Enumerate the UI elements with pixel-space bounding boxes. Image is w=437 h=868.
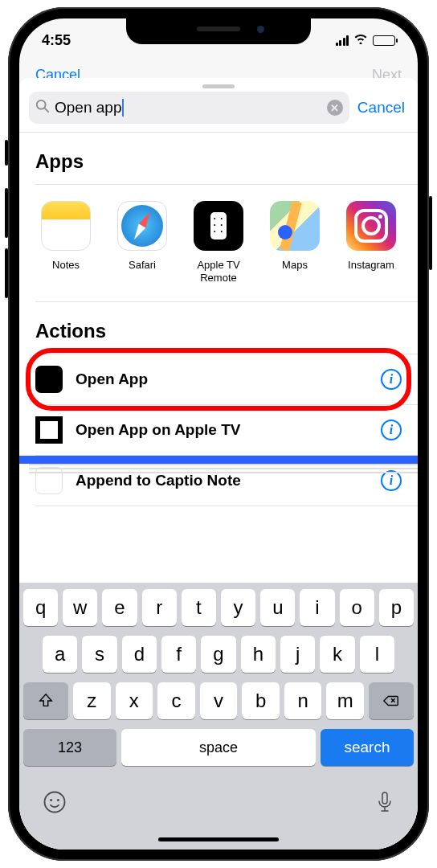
- search-sheet: Open app ✕ Cancel Apps Notes Safari: [19, 78, 418, 850]
- key-b[interactable]: b: [242, 682, 280, 719]
- key-f[interactable]: f: [161, 636, 196, 673]
- app-maps[interactable]: Maps: [268, 201, 322, 284]
- app-apple-tv-remote[interactable]: Apple TV Remote: [191, 201, 246, 284]
- info-button[interactable]: i: [381, 369, 402, 390]
- key-h[interactable]: h: [241, 636, 276, 673]
- key-123[interactable]: 123: [23, 729, 116, 766]
- sheet-grabber[interactable]: [202, 84, 235, 88]
- maps-app-icon: [270, 201, 320, 251]
- info-button[interactable]: i: [381, 470, 402, 491]
- notes-app-icon: [41, 201, 91, 251]
- safari-app-icon: [117, 201, 167, 251]
- captio-action-icon: [35, 467, 63, 494]
- instagram-app-icon: [346, 201, 396, 251]
- open-app-apple-tv-action-icon: [35, 416, 63, 444]
- key-c[interactable]: c: [157, 682, 195, 719]
- apps-row: Notes Safari Apple TV Remote Maps: [19, 185, 418, 301]
- svg-point-3: [50, 799, 52, 801]
- search-icon: [35, 99, 50, 117]
- home-indicator[interactable]: [158, 837, 279, 841]
- key-t[interactable]: t: [182, 589, 216, 626]
- volume-up-button: [5, 188, 8, 238]
- app-safari[interactable]: Safari: [115, 201, 169, 284]
- key-k[interactable]: k: [320, 636, 354, 673]
- actions-section-header: Actions: [19, 302, 418, 354]
- svg-line-1: [45, 108, 49, 112]
- action-open-app-apple-tv[interactable]: Open App on Apple TV i: [19, 405, 418, 455]
- apps-section-header: Apps: [19, 133, 418, 184]
- svg-point-2: [45, 792, 65, 813]
- key-m[interactable]: m: [326, 682, 364, 719]
- clear-search-button[interactable]: ✕: [327, 100, 343, 116]
- key-space[interactable]: space: [121, 729, 316, 766]
- dictation-button[interactable]: [375, 790, 394, 820]
- battery-icon: [373, 35, 395, 46]
- screen: 4:55 Cancel Next: [19, 18, 418, 850]
- key-e[interactable]: e: [102, 589, 137, 626]
- key-q[interactable]: q: [23, 589, 58, 626]
- key-backspace[interactable]: [369, 682, 414, 719]
- open-app-action-icon: [35, 366, 63, 393]
- key-d[interactable]: d: [122, 636, 157, 673]
- key-j[interactable]: j: [280, 636, 315, 673]
- key-s[interactable]: s: [82, 636, 116, 673]
- action-append-captio[interactable]: Append to Captio Note i: [19, 456, 418, 506]
- svg-point-0: [37, 100, 46, 108]
- svg-point-4: [57, 799, 59, 801]
- keyboard-row-1: q w e r t y u i o p: [23, 589, 414, 626]
- app-instagram[interactable]: Instagram: [344, 201, 398, 284]
- key-g[interactable]: g: [201, 636, 235, 673]
- app-notes[interactable]: Notes: [39, 201, 93, 284]
- wifi-icon: [353, 33, 368, 47]
- key-v[interactable]: v: [200, 682, 238, 719]
- key-n[interactable]: n: [284, 682, 322, 719]
- key-l[interactable]: l: [360, 636, 394, 673]
- search-input[interactable]: Open app ✕: [29, 92, 349, 124]
- key-o[interactable]: o: [340, 589, 374, 626]
- notch: [126, 18, 311, 44]
- volume-down-button: [5, 248, 8, 298]
- phone-frame: 4:55 Cancel Next: [8, 7, 429, 861]
- svg-rect-5: [382, 792, 387, 804]
- key-y[interactable]: y: [221, 589, 255, 626]
- key-p[interactable]: p: [379, 589, 414, 626]
- apple-tv-remote-app-icon: [194, 201, 243, 251]
- key-x[interactable]: x: [116, 682, 153, 719]
- action-open-app[interactable]: Open App i: [19, 354, 418, 404]
- power-button: [429, 196, 432, 270]
- key-search[interactable]: search: [321, 729, 414, 766]
- key-a[interactable]: a: [43, 636, 77, 673]
- ringer-switch: [5, 140, 8, 166]
- emoji-button[interactable]: [43, 790, 67, 820]
- key-shift[interactable]: [23, 682, 68, 719]
- key-u[interactable]: u: [260, 589, 295, 626]
- search-value: Open app: [55, 99, 322, 117]
- keyboard-row-3: z x c v b n m: [23, 682, 414, 719]
- background-nav-bar: Cancel Next: [19, 57, 418, 80]
- keyboard: q w e r t y u i o p a s d f g h: [19, 583, 418, 850]
- cancel-button[interactable]: Cancel: [357, 99, 408, 117]
- info-button[interactable]: i: [381, 420, 402, 440]
- key-w[interactable]: w: [63, 589, 97, 626]
- key-z[interactable]: z: [73, 682, 111, 719]
- keyboard-row-4: 123 space search: [23, 729, 414, 766]
- key-r[interactable]: r: [142, 589, 177, 626]
- key-i[interactable]: i: [300, 589, 334, 626]
- status-time: 4:55: [42, 32, 71, 49]
- keyboard-row-2: a s d f g h j k l: [23, 636, 414, 673]
- cellular-signal-icon: [336, 35, 349, 46]
